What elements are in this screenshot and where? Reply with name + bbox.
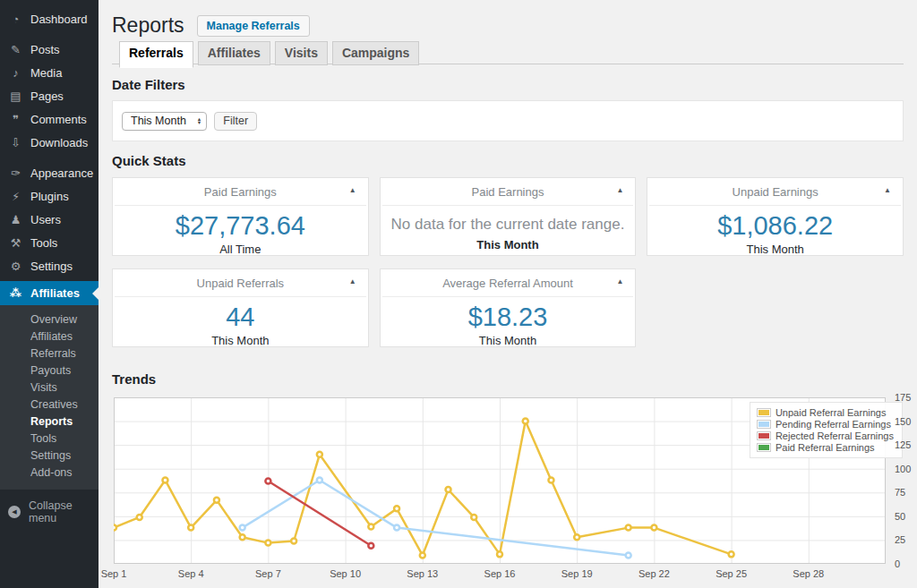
x-axis-tick-label: Sep 22 xyxy=(638,568,670,579)
stat-card-title: Paid Earnings xyxy=(472,185,544,199)
tab-referrals[interactable]: Referrals xyxy=(119,41,193,68)
card-toggle-icon[interactable]: ▲ xyxy=(349,186,356,194)
tab-visits[interactable]: Visits xyxy=(275,41,328,65)
sidebar-item-label: Tools xyxy=(30,236,57,250)
sidebar-item-label: Downloads xyxy=(30,136,88,149)
page-title: Reports xyxy=(112,13,184,38)
stat-card-title: Paid Earnings xyxy=(204,185,277,199)
appearance-icon: ✑ xyxy=(8,166,23,180)
sidebar-item-settings[interactable]: ⚙Settings xyxy=(0,254,99,277)
submenu-item-addons[interactable]: Add-ons xyxy=(0,464,99,481)
sidebar-item-pages[interactable]: ▤Pages xyxy=(0,84,99,107)
stat-card-title: Unpaid Referrals xyxy=(197,277,285,290)
legend-label: Paid Referral Earnings xyxy=(776,442,875,453)
legend-label: Pending Referral Earnings xyxy=(776,419,891,430)
x-axis-tick-label: Sep 19 xyxy=(561,568,593,579)
sidebar-item-downloads[interactable]: ⇩Downloads xyxy=(0,131,99,154)
sidebar-item-media[interactable]: ♪Media xyxy=(0,61,99,84)
submenu-item-visits[interactable]: Visits xyxy=(0,379,99,396)
y-axis-tick-label: 75 xyxy=(895,487,917,498)
legend-item-pending: Pending Referral Earnings xyxy=(757,419,894,430)
downloads-icon: ⇩ xyxy=(8,136,23,149)
tab-affiliates[interactable]: Affiliates xyxy=(198,41,270,65)
stat-card-period: This Month xyxy=(381,334,636,347)
collapse-menu-button[interactable]: ◀ Collapse menu xyxy=(0,501,99,523)
sidebar-item-label: Media xyxy=(30,66,62,80)
dashboard-icon: ◔ xyxy=(8,13,23,26)
legend-swatch-unpaid-icon xyxy=(757,408,771,417)
comments-icon: ❞ xyxy=(8,113,23,126)
x-axis-tick-label: Sep 25 xyxy=(716,568,747,579)
admin-sidebar: ◔Dashboard ✎Posts ♪Media ▤Pages ❞Comment… xyxy=(0,0,99,588)
report-tabs: ReferralsAffiliatesVisitsCampaigns xyxy=(112,41,904,64)
sidebar-item-label: Settings xyxy=(30,260,73,273)
trends-chart: Unpaid Referral Earnings Pending Referra… xyxy=(112,397,904,587)
stat-card-period: This Month xyxy=(381,238,636,251)
x-axis-tick-label: Sep 4 xyxy=(178,568,204,579)
y-axis-tick-label: 0 xyxy=(895,558,917,569)
filter-button[interactable]: Filter xyxy=(214,112,257,131)
card-toggle-icon[interactable]: ▲ xyxy=(616,186,623,194)
x-axis-tick-label: Sep 16 xyxy=(484,568,516,579)
submenu-item-overview[interactable]: Overview xyxy=(0,311,99,328)
submenu-item-tools[interactable]: Tools xyxy=(0,430,99,447)
legend-item-unpaid: Unpaid Referral Earnings xyxy=(757,407,894,418)
stat-card-value: $18.23 xyxy=(381,303,636,331)
stat-card-value: $1,086.22 xyxy=(647,212,903,240)
sidebar-item-tools[interactable]: ⚒Tools xyxy=(0,231,99,254)
submenu-item-creatives[interactable]: Creatives xyxy=(0,396,99,413)
sidebar-item-comments[interactable]: ❞Comments xyxy=(0,107,99,131)
y-axis-tick-label: 150 xyxy=(895,416,917,427)
legend-label: Rejected Referral Earnings xyxy=(776,430,894,441)
sidebar-item-label: Affiliates xyxy=(30,286,80,300)
posts-icon: ✎ xyxy=(8,43,23,56)
quick-stats-heading: Quick Stats xyxy=(112,153,904,168)
date-filter-panel: This Month ▲▼ Filter xyxy=(112,100,904,141)
submenu-item-affiliates[interactable]: Affiliates xyxy=(0,328,99,345)
stat-card-paid-earnings-month: Paid Earnings▲ No data for the current d… xyxy=(380,177,637,256)
stat-card-unpaid-earnings: Unpaid Earnings▲ $1,086.22 This Month xyxy=(647,177,904,256)
stat-card-average-referral-amount: Average Referral Amount▲ $18.23 This Mon… xyxy=(380,268,637,347)
card-toggle-icon[interactable]: ▲ xyxy=(349,277,356,285)
sidebar-item-label: Pages xyxy=(30,89,64,103)
legend-swatch-pending-icon xyxy=(757,420,771,429)
date-range-select[interactable]: This Month ▲▼ xyxy=(122,112,207,131)
pages-icon: ▤ xyxy=(8,89,23,103)
users-icon: ♟ xyxy=(8,213,23,226)
sidebar-item-label: Dashboard xyxy=(30,13,88,26)
sidebar-item-users[interactable]: ♟Users xyxy=(0,208,99,231)
legend-swatch-paid-icon xyxy=(757,443,771,452)
submenu-item-settings[interactable]: Settings xyxy=(0,447,99,464)
manage-referrals-button[interactable]: Manage Referrals xyxy=(197,15,310,37)
stat-card-no-data-message: No data for the current date range. xyxy=(381,216,636,234)
sidebar-item-affiliates[interactable]: ⁂Affiliates xyxy=(0,281,99,305)
media-icon: ♪ xyxy=(8,66,23,80)
y-axis-tick-label: 175 xyxy=(895,392,917,403)
stat-card-value: 44 xyxy=(113,303,368,331)
x-axis-tick-label: Sep 7 xyxy=(255,568,281,579)
sidebar-item-posts[interactable]: ✎Posts xyxy=(0,38,99,61)
submenu-item-referrals[interactable]: Referrals xyxy=(0,345,99,362)
select-stepper-icon: ▲▼ xyxy=(197,117,201,125)
sidebar-item-appearance[interactable]: ✑Appearance xyxy=(0,161,99,184)
stat-card-period: All Time xyxy=(113,243,368,256)
stat-card-title: Average Referral Amount xyxy=(442,277,573,290)
sidebar-item-dashboard[interactable]: ◔Dashboard xyxy=(0,7,99,30)
affiliates-icon: ⁂ xyxy=(8,286,23,300)
tab-campaigns[interactable]: Campaigns xyxy=(332,41,419,65)
card-toggle-icon[interactable]: ▲ xyxy=(616,277,623,285)
submenu-item-payouts[interactable]: Payouts xyxy=(0,362,99,379)
sidebar-item-label: Appearance xyxy=(30,166,93,180)
stat-card-paid-earnings-all-time: Paid Earnings▲ $27,773.64 All Time xyxy=(112,177,369,256)
stat-card-period: This Month xyxy=(113,334,368,347)
submenu-item-reports[interactable]: Reports xyxy=(0,413,99,430)
legend-item-rejected: Rejected Referral Earnings xyxy=(757,430,894,441)
card-toggle-icon[interactable]: ▲ xyxy=(884,186,891,194)
stat-card-value: $27,773.64 xyxy=(113,212,368,240)
affiliates-submenu: Overview Affiliates Referrals Payouts Vi… xyxy=(0,305,99,490)
sidebar-item-plugins[interactable]: ⚡Plugins xyxy=(0,184,99,208)
y-axis-tick-label: 125 xyxy=(895,439,917,450)
stat-card-period: This Month xyxy=(647,243,903,256)
date-filters-heading: Date Filters xyxy=(112,77,904,92)
x-axis-tick-label: Sep 13 xyxy=(407,568,438,579)
